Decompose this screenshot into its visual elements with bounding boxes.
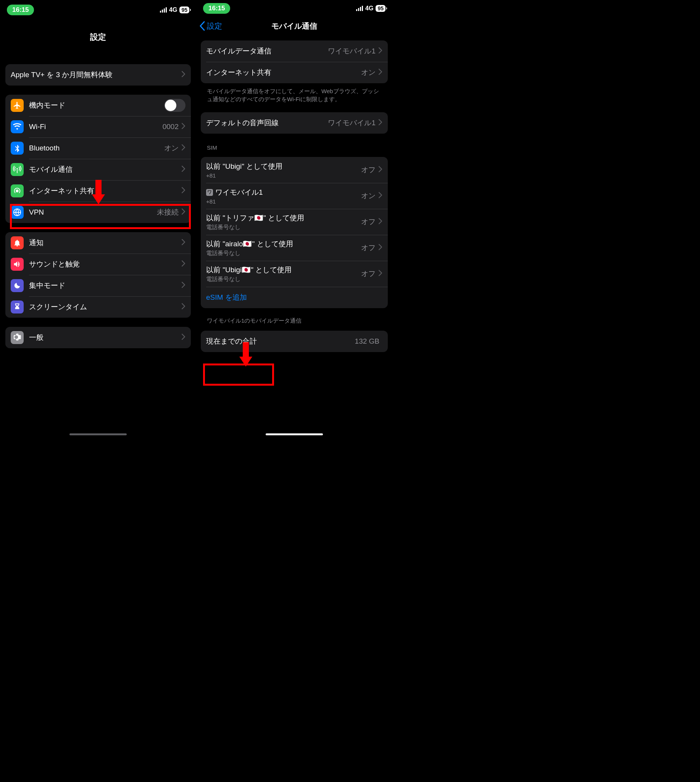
sim-row-2[interactable]: 以前 "トリファ🇯🇵" として使用 電話番号なし オフ bbox=[201, 209, 388, 235]
battery-level: 95 bbox=[375, 5, 385, 12]
chevron-right-icon bbox=[182, 261, 185, 268]
row-label: ワイモバイル1 bbox=[215, 187, 263, 197]
battery-level: 95 bbox=[179, 7, 189, 13]
network-label: 4G bbox=[169, 7, 177, 13]
cellular-screen: 16:15 4G 95 設定 モバイル通信 モバイルデータ通信 ワイモバイル1 … bbox=[196, 0, 392, 438]
data-footer: モバイルデータ通信をオフにして、メール、Webブラウズ、プッシュ通知などのすべて… bbox=[201, 83, 388, 105]
row-label: 通知 bbox=[29, 238, 182, 248]
alerts-row-3[interactable]: スクリーンタイム bbox=[5, 296, 191, 318]
general-row-0[interactable]: 一般 bbox=[5, 327, 191, 348]
row-label: モバイルデータ通信 bbox=[206, 46, 328, 56]
row-value: オフ bbox=[361, 217, 375, 227]
sound-icon bbox=[11, 258, 24, 271]
general-group: 一般 bbox=[5, 327, 191, 348]
usage-group: 現在までの合計 132 GB bbox=[201, 331, 388, 352]
chevron-right-icon bbox=[378, 47, 382, 55]
row-value: 0002 bbox=[163, 122, 178, 131]
row-sub: 電話番号なし bbox=[206, 250, 361, 257]
usage-header: ワイモバイル1のモバイルデータ通信 bbox=[201, 308, 388, 327]
back-label: 設定 bbox=[207, 21, 222, 31]
row-value: 未接続 bbox=[157, 207, 178, 217]
screentime-icon bbox=[11, 301, 24, 314]
sim-row-4[interactable]: 以前 "Ubigi🇯🇵" として使用 電話番号なし オフ bbox=[201, 261, 388, 287]
network-row-0[interactable]: 機内モード bbox=[5, 95, 191, 116]
chevron-right-icon bbox=[182, 166, 185, 173]
promo-row[interactable]: Apple TV+ を 3 か月間無料体験 bbox=[5, 64, 191, 85]
row-label: VPN bbox=[29, 208, 157, 217]
chevron-right-icon bbox=[182, 209, 185, 216]
row-label: サウンドと触覚 bbox=[29, 259, 182, 269]
chevron-right-icon bbox=[378, 192, 382, 200]
sim-row-3[interactable]: 以前 "airalo🇯🇵" として使用 電話番号なし オフ bbox=[201, 235, 388, 261]
bluetooth-icon bbox=[11, 142, 24, 155]
row-label: スクリーンタイム bbox=[29, 302, 182, 312]
chevron-right-icon bbox=[378, 119, 382, 127]
voice-group: デフォルトの音声回線 ワイモバイル1 bbox=[201, 112, 388, 134]
row-label: デフォルトの音声回線 bbox=[206, 118, 328, 128]
data-row-1[interactable]: インターネット共有 オン bbox=[201, 62, 388, 83]
sim-group: 以前 "Ubigi" として使用 +81 オフ ワワイモバイル1 +81 オン … bbox=[201, 157, 388, 308]
chevron-right-icon bbox=[378, 69, 382, 76]
chevron-right-icon bbox=[378, 218, 382, 226]
data-row-0[interactable]: モバイルデータ通信 ワイモバイル1 bbox=[201, 40, 388, 62]
network-row-3[interactable]: モバイル通信 bbox=[5, 159, 191, 180]
home-indicator[interactable] bbox=[266, 433, 323, 435]
row-label: インターネット共有 bbox=[206, 68, 361, 77]
row-label: 以前 "トリファ🇯🇵" として使用 bbox=[206, 213, 304, 223]
row-label: 一般 bbox=[29, 333, 182, 343]
sim-header: SIM bbox=[201, 134, 388, 153]
row-value: オフ bbox=[361, 165, 375, 175]
add-esim-row[interactable]: eSIM を追加 bbox=[201, 287, 388, 308]
back-button[interactable]: 設定 bbox=[199, 21, 222, 31]
alerts-row-2[interactable]: 集中モード bbox=[5, 275, 191, 296]
row-sub: 電話番号なし bbox=[206, 224, 361, 231]
sim-row-0[interactable]: 以前 "Ubigi" として使用 +81 オフ bbox=[201, 157, 388, 183]
promo-group: Apple TV+ を 3 か月間無料体験 bbox=[5, 64, 191, 85]
network-label: 4G bbox=[365, 5, 373, 12]
status-bar: 16:15 4G 95 bbox=[0, 0, 196, 20]
chevron-right-icon bbox=[182, 334, 185, 341]
page-title: 設定 bbox=[90, 32, 106, 42]
alerts-row-1[interactable]: サウンドと触覚 bbox=[5, 254, 191, 275]
row-value: オン bbox=[361, 191, 375, 201]
chevron-right-icon bbox=[182, 123, 185, 130]
notifications-icon bbox=[11, 236, 24, 249]
moon-icon bbox=[11, 279, 24, 292]
status-time[interactable]: 16:15 bbox=[7, 5, 34, 15]
row-label: 現在までの合計 bbox=[206, 336, 355, 346]
row-sub: 電話番号なし bbox=[206, 276, 361, 283]
row-label: Bluetooth bbox=[29, 144, 164, 152]
usage-row-0[interactable]: 現在までの合計 132 GB bbox=[201, 331, 388, 352]
status-bar: 16:15 4G 95 bbox=[196, 0, 392, 15]
row-value: 132 GB bbox=[355, 337, 379, 346]
row-label: 集中モード bbox=[29, 281, 182, 291]
home-indicator[interactable] bbox=[70, 433, 127, 435]
row-value: ワイモバイル1 bbox=[328, 118, 375, 128]
chevron-right-icon bbox=[182, 303, 185, 311]
add-esim-label: eSIM を追加 bbox=[206, 292, 382, 302]
voice-row-0[interactable]: デフォルトの音声回線 ワイモバイル1 bbox=[201, 112, 388, 134]
page-title: モバイル通信 bbox=[272, 21, 317, 31]
network-row-5[interactable]: VPN 未接続 bbox=[5, 202, 191, 223]
row-label: インターネット共有 bbox=[29, 186, 182, 196]
settings-screen: 16:15 4G 95 設定 Apple TV+ を 3 か月間無料体験 機内モ… bbox=[0, 0, 196, 438]
toggle-switch[interactable] bbox=[164, 99, 185, 112]
row-label: 機内モード bbox=[29, 100, 164, 110]
row-label: モバイル通信 bbox=[29, 165, 182, 174]
sim-row-1[interactable]: ワワイモバイル1 +81 オン bbox=[201, 183, 388, 209]
cellular-content[interactable]: モバイルデータ通信 ワイモバイル1 インターネット共有 オン モバイルデータ通信… bbox=[196, 37, 392, 438]
network-row-1[interactable]: Wi-Fi 0002 bbox=[5, 116, 191, 137]
nav-header: 設定 bbox=[0, 20, 196, 50]
row-label: 以前 "Ubigi" として使用 bbox=[206, 162, 282, 171]
annotation-arrow bbox=[239, 342, 252, 366]
settings-content[interactable]: Apple TV+ を 3 か月間無料体験 機内モード Wi-Fi 0002 B… bbox=[0, 50, 196, 438]
alerts-row-0[interactable]: 通知 bbox=[5, 232, 191, 254]
chevron-right-icon bbox=[378, 270, 382, 277]
alerts-group: 通知 サウンドと触覚 集中モード スクリーンタイム bbox=[5, 232, 191, 318]
status-time[interactable]: 16:15 bbox=[203, 3, 230, 14]
sim-badge: ワ bbox=[206, 189, 213, 196]
chevron-right-icon bbox=[182, 187, 185, 195]
chevron-right-icon bbox=[182, 282, 185, 289]
gear-icon bbox=[11, 331, 24, 344]
network-row-2[interactable]: Bluetooth オン bbox=[5, 137, 191, 159]
